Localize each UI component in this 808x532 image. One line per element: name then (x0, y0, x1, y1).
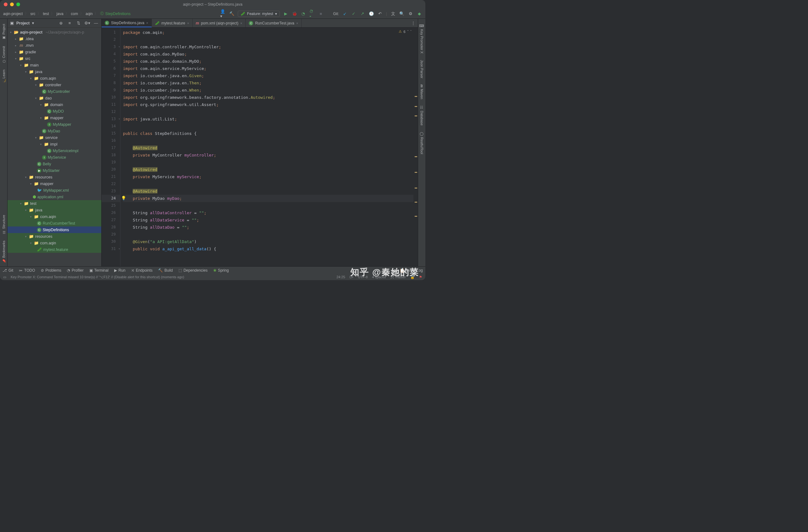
bookmarks-tool-tab[interactable]: 🔖Bookmarks (1, 237, 6, 266)
tree-item-java[interactable]: ▾📁java (7, 68, 101, 75)
problems-tool-button[interactable]: ⊘Problems (41, 268, 61, 273)
structure-tool-tab[interactable]: ☰Structure (1, 212, 6, 237)
inspection-summary[interactable]: ⚠6 ˆ ˇ (399, 30, 411, 34)
maven-tab[interactable]: mMaven (419, 81, 424, 102)
tree-item-appyml[interactable]: ⬢application.yml (7, 194, 101, 200)
spring-tool-button[interactable]: ❀Spring (213, 268, 229, 273)
tree-item-package[interactable]: ▾📁com.aqin (7, 75, 101, 81)
line-number-gutter[interactable]: 1234567891011121314151617181920212223242… (102, 27, 121, 266)
intention-bulb-icon[interactable]: 💡 (121, 196, 126, 200)
keypromoter-tab[interactable]: ⌨Key Promoter X (419, 21, 424, 57)
stop-button[interactable]: ■ (318, 11, 324, 17)
tree-item-controller[interactable]: ▾📁controller (7, 81, 101, 88)
expand-all-icon[interactable]: ≡ (67, 20, 72, 26)
close-icon[interactable]: × (146, 21, 148, 25)
breadcrumb-segment[interactable]: test (43, 12, 49, 16)
line-separator[interactable]: LF (349, 275, 353, 279)
indent-settings[interactable]: 4 spaces (372, 275, 386, 279)
learn-tool-tab[interactable]: 🎓Learn (1, 67, 6, 87)
todo-tool-button[interactable]: ≔TODO (19, 268, 35, 273)
chevron-up-icon[interactable]: ˆ (407, 30, 409, 34)
profiler-tool-button[interactable]: ◔Profiler (67, 268, 84, 273)
close-icon[interactable]: × (240, 21, 242, 25)
run-button[interactable]: ▶ (283, 11, 289, 17)
lock-icon[interactable]: 🔒 (410, 275, 415, 279)
caret-position[interactable]: 24:25 (336, 275, 345, 279)
tree-item-myservice[interactable]: IMyService (7, 154, 101, 161)
git-pull-button[interactable]: ↙ (342, 11, 348, 17)
tree-item-mapper[interactable]: ▾📁mapper (7, 114, 101, 121)
chevron-down-icon[interactable]: ˇ (410, 30, 411, 34)
tree-item-impl[interactable]: ▾📁impl (7, 141, 101, 147)
tree-root[interactable]: ▾📂aqin-project~/Java/projects/aqin-p (7, 29, 101, 35)
tab-pomxml[interactable]: mpom.xml (aiqn-project)× (192, 19, 245, 27)
tree-item-resources[interactable]: ▾📁resources (7, 174, 101, 180)
tree-item-dao[interactable]: ▾📁dao (7, 95, 101, 101)
user-icon[interactable]: 👤▾ (220, 11, 226, 17)
breadcrumb[interactable]: aqin-project〉 src〉 test〉 java〉 com〉 aqin… (3, 11, 130, 16)
tree-item-java2[interactable]: ▾📁java (7, 207, 101, 213)
breadcrumb-segment[interactable]: aqin-project (3, 12, 23, 16)
jsonparser-tab[interactable]: Json Parser (419, 57, 424, 81)
tree-item-gradle[interactable]: ▸📁gradle (7, 49, 101, 55)
git-commit-button[interactable]: ✓ (351, 11, 356, 17)
tree-item-src[interactable]: ▾📁src (7, 55, 101, 62)
file-encoding[interactable]: UTF-8 (358, 275, 368, 279)
tree-item-mapper2[interactable]: ▾📁mapper (7, 180, 101, 187)
tab-mytestfeature[interactable]: 🥒mytest.feature× (152, 19, 192, 27)
maximize-window-button[interactable] (16, 2, 20, 6)
search-everywhere-button[interactable]: 🔍 (399, 11, 405, 17)
hide-panel-icon[interactable]: — (93, 20, 99, 26)
git-push-button[interactable]: ↗ (360, 11, 365, 17)
tree-item-mymapper[interactable]: IMyMapper (7, 121, 101, 128)
database-tab[interactable]: ☷Database (419, 102, 424, 129)
run-tool-button[interactable]: ▶Run (114, 268, 126, 273)
commit-tool-tab[interactable]: ⬡Commit (1, 43, 6, 67)
tabs-more-icon[interactable]: ⋮ (409, 19, 418, 27)
breadcrumb-segment[interactable]: src (31, 12, 35, 16)
close-window-button[interactable] (4, 2, 7, 6)
eventlog-tool-button[interactable]: 📋Event Log (400, 268, 423, 273)
tree-item-pkg3[interactable]: ▾📁com.aqin (7, 240, 101, 246)
plugin-icon[interactable]: ◆ (417, 11, 422, 17)
chevron-down-icon[interactable]: ▾ (32, 21, 34, 25)
dependencies-tool-button[interactable]: ⬚Dependencies (179, 268, 208, 273)
run-configuration-selector[interactable]: 🥒 Feature: mytest ▾ (238, 11, 280, 17)
tree-item-idea[interactable]: ▸📁.idea (7, 35, 101, 42)
terminal-tool-button[interactable]: ▣Terminal (89, 268, 109, 273)
tree-item-mytestfeature[interactable]: 🥒mytest.feature (7, 246, 101, 253)
tree-item-main[interactable]: ▾📁main (7, 62, 101, 68)
settings-icon[interactable]: ⚙▾ (85, 20, 90, 26)
tree-item-mystarter[interactable]: ▶MyStarter (7, 167, 101, 174)
breadcrumb-segment[interactable]: aqin (86, 12, 93, 16)
history-button[interactable]: 🕓 (369, 11, 374, 17)
tree-item-mycontroller[interactable]: CMyController (7, 88, 101, 95)
select-opened-file-icon[interactable]: ⊕ (58, 20, 64, 26)
code-content[interactable]: package com.aqin; import com.aqin.contro… (121, 27, 414, 266)
tree-item-myserviceimpl[interactable]: CMyServiceImpl (7, 147, 101, 154)
restfultool-tab[interactable]: ◯RestfulTool (419, 129, 424, 157)
git-branch-widget[interactable]: ⎇ master (390, 275, 406, 279)
tree-item-domain[interactable]: ▾📁domain (7, 101, 101, 108)
tree-item-service[interactable]: ▾📁service (7, 134, 101, 141)
coverage-button[interactable]: ◔ (300, 11, 306, 17)
close-icon[interactable]: × (296, 21, 298, 25)
tree-item-runcucumber[interactable]: CRunCucumberTest (7, 220, 101, 226)
profile-button[interactable]: ⏱▾ (309, 11, 315, 17)
tree-item-mydo[interactable]: CMyDO (7, 108, 101, 114)
minimize-window-button[interactable] (10, 2, 14, 6)
tree-item-stepdefinitions[interactable]: CStepDefinitions (7, 226, 101, 233)
breadcrumb-current[interactable]: StepDefinitions (105, 12, 130, 16)
build-icon[interactable]: 🔨 (229, 11, 235, 17)
tree-item-belly[interactable]: CBelly (7, 161, 101, 167)
tree-item-mymapperxml[interactable]: 🐦MyMapper.xml (7, 187, 101, 194)
inspection-stripe[interactable] (414, 27, 418, 266)
tree-item-mvn[interactable]: ▸m.mvn (7, 42, 101, 49)
collapse-all-icon[interactable]: ⇅ (76, 20, 81, 26)
tree-item-pkg2[interactable]: ▾📁com.aqin (7, 213, 101, 220)
tree-item-test[interactable]: ▾📁test (7, 200, 101, 207)
editor[interactable]: 1234567891011121314151617181920212223242… (102, 27, 418, 266)
build-tool-button[interactable]: 🔨Build (158, 268, 173, 273)
close-icon[interactable]: × (187, 21, 189, 25)
tree-item-resources2[interactable]: ▾📁resources (7, 233, 101, 240)
